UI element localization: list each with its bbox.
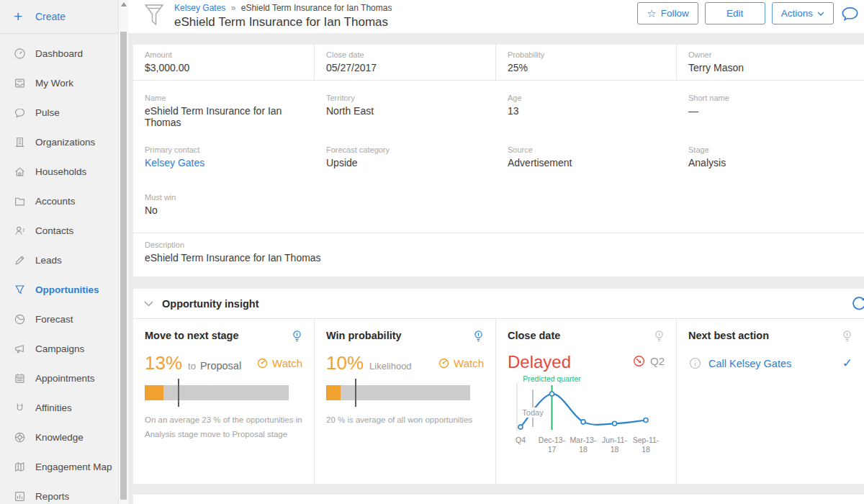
watch-icon <box>256 357 269 369</box>
field-short-name: Short name— <box>677 87 864 139</box>
trend-down-icon <box>632 354 646 368</box>
win-probability-card: Win probability 10% Likelihood Watch 20 … <box>315 319 496 484</box>
stage-progress-bar <box>145 385 289 400</box>
card-title: Win probability <box>326 330 402 341</box>
sidebar-item-forecast[interactable]: Forecast <box>0 305 128 334</box>
sidebar-item-accounts[interactable]: Accounts <box>0 186 128 216</box>
calendar-icon <box>14 372 35 384</box>
field-primary-contact: Primary contactKelsey Gates <box>133 139 315 179</box>
watch-button[interactable]: Watch <box>438 357 484 369</box>
field-territory: TerritoryNorth East <box>315 87 496 139</box>
sidebar-item-appointments[interactable]: Appointments <box>0 364 128 393</box>
scroll-up-arrow[interactable] <box>121 2 127 6</box>
sidebar-item-pulse[interactable]: Pulse <box>0 98 128 127</box>
primary-contact-link[interactable]: Kelsey Gates <box>145 157 303 168</box>
field-forecast-category: Forecast categoryUpside <box>315 139 496 179</box>
actions-button[interactable]: Actions <box>772 2 834 24</box>
card-note: On an average 23 % of the opportunities … <box>145 413 302 441</box>
insight-title: Opportunity insight <box>162 298 259 310</box>
card-title: Move to next stage <box>145 330 239 341</box>
predicted-quarter-badge: Q2 <box>632 354 665 368</box>
chevron-down-icon <box>817 12 824 16</box>
sidebar-item-dashboard[interactable]: Dashboard <box>0 39 128 68</box>
sidebar-item-contacts[interactable]: Contacts <box>0 216 128 246</box>
sidebar-item-households[interactable]: Households <box>0 157 128 186</box>
field-probability: Probability 25% <box>496 45 677 80</box>
create-label: Create <box>35 11 66 22</box>
sidebar-item-affinities[interactable]: Affinities <box>0 393 128 423</box>
collapse-chevron-icon[interactable] <box>144 301 153 307</box>
watch-icon <box>438 357 450 369</box>
inbox-icon <box>14 77 35 89</box>
summary-panel: Amount $3,000.00 Close date 05/27/2017 P… <box>133 45 864 276</box>
pencil-icon <box>14 254 35 266</box>
sidebar-item-leads[interactable]: Leads <box>0 246 128 275</box>
sidebar-item-organizations[interactable]: Organizations <box>0 127 128 157</box>
create-button[interactable]: + Create <box>0 0 128 34</box>
sidebar-item-engagement-map[interactable]: Engagement Map <box>0 452 128 482</box>
complete-check-icon[interactable]: ✓ <box>842 356 852 371</box>
next-best-action-card: Next best action Call Kelsey Gates ✓ <box>677 319 864 484</box>
main-content: Kelsey Gates » eShield Term Insurance fo… <box>128 0 864 504</box>
bulb-icon[interactable] <box>292 330 302 346</box>
breadcrumb: Kelsey Gates » eShield Term Insurance fo… <box>174 0 392 33</box>
progress-fill <box>326 385 341 400</box>
call-contact-link[interactable]: Call Kelsey Gates <box>708 358 791 369</box>
refresh-icon[interactable] <box>850 295 864 315</box>
sidebar-item-my-work[interactable]: My Work <box>0 68 128 98</box>
target-stage: Proposal <box>200 360 241 372</box>
follow-button[interactable]: ☆ Follow <box>637 2 698 24</box>
insight-cards: Move to next stage 13% to Proposal Watch <box>133 319 864 484</box>
sidebar-item-reports[interactable]: Reports <box>0 482 128 504</box>
dashboard-icon <box>14 48 35 60</box>
info-icon[interactable] <box>688 356 702 370</box>
sidebar-item-knowledge[interactable]: Knowledge <box>0 423 128 452</box>
field-must-win: Must winNo <box>133 186 315 227</box>
sidebar-scrollbar[interactable] <box>118 0 128 504</box>
field-age: Age13 <box>496 87 677 139</box>
scrollbar-thumb[interactable] <box>120 32 127 500</box>
bulb-icon[interactable] <box>654 330 665 346</box>
speech-bubble-icon <box>14 107 35 119</box>
header-actions: ☆ Follow Edit Actions <box>637 2 860 27</box>
close-date-chart: Predicted quarterToday Q4Dec-13- 17Mar-1… <box>508 375 665 459</box>
record-header: Kelsey Gates » eShield Term Insurance fo… <box>128 0 864 33</box>
chat-icon[interactable] <box>840 5 860 27</box>
benchmark-marker <box>178 379 179 407</box>
sidebar-item-campaigns[interactable]: Campaigns <box>0 334 128 364</box>
breadcrumb-parent-link[interactable]: Kelsey Gates <box>174 3 225 13</box>
bulb-icon[interactable] <box>473 330 484 346</box>
close-date-sparkline: Predicted quarterToday <box>508 375 665 436</box>
breadcrumb-current: eShield Term Insurance for Ian Thomas <box>241 3 392 13</box>
bulb-icon[interactable] <box>842 330 852 346</box>
opportunity-funnel-icon <box>143 4 165 33</box>
plus-icon: + <box>14 8 35 25</box>
chart-x-labels: Q4Dec-13- 17Mar-13- 18Jun-11- 18Sep-11- … <box>508 436 665 459</box>
win-percent: 10% <box>326 352 364 374</box>
sidebar: + Create Dashboard My Work Pulse Organiz… <box>0 0 128 504</box>
magnet-icon <box>14 402 35 414</box>
sidebar-nav: Dashboard My Work Pulse Organizations Ho… <box>0 34 128 504</box>
building-icon <box>14 136 35 148</box>
watch-button[interactable]: Watch <box>256 357 302 369</box>
bar-chart-icon <box>14 490 35 503</box>
close-date-card: Close date Delayed Q2 Predicted quarterT… <box>496 319 677 484</box>
stage-percent: 13% <box>145 352 182 374</box>
sidebar-item-opportunities[interactable]: Opportunities <box>0 275 128 305</box>
move-to-next-stage-card: Move to next stage 13% to Proposal Watch <box>133 319 315 484</box>
field-owner: Owner Terry Mason <box>677 45 864 80</box>
svg-text:Predicted quarter: Predicted quarter <box>523 375 581 383</box>
fields-grid: NameeShield Term Insurance for Ian Thoma… <box>133 81 864 233</box>
edit-button[interactable]: Edit <box>705 2 765 24</box>
pie-icon <box>14 313 35 325</box>
house-icon <box>14 166 35 178</box>
benchmark-marker <box>355 379 356 407</box>
progress-fill <box>145 385 163 400</box>
svg-text:Today: Today <box>522 408 544 417</box>
field-stage: StageAnalysis <box>677 139 864 179</box>
card-note: 20 % is average of all won opportunities <box>326 413 484 427</box>
star-icon: ☆ <box>647 7 656 20</box>
folder-icon <box>14 195 35 207</box>
megaphone-icon <box>14 343 35 355</box>
person-icon <box>14 225 35 237</box>
